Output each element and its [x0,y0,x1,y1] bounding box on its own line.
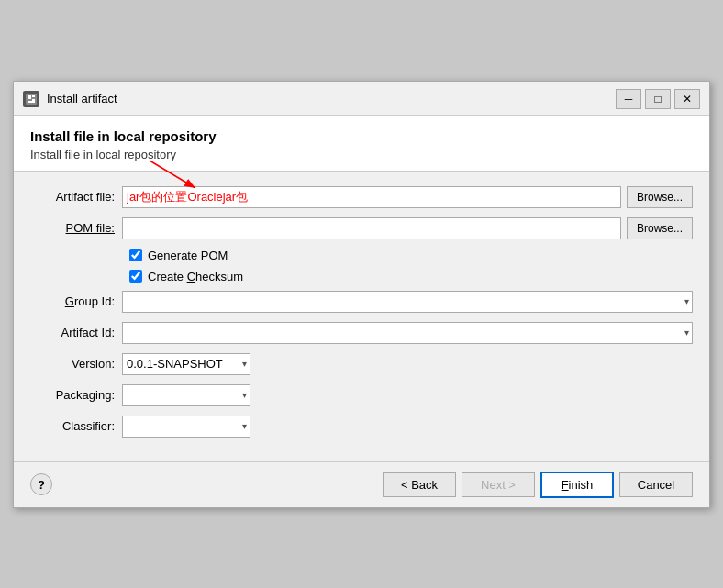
pom-file-input[interactable] [122,217,621,239]
packaging-row: Packaging: ▾ [30,384,693,406]
dialog-title: Install artifact [47,92,616,105]
version-row: Version: 0.0.1-SNAPSHOT ▾ [30,353,693,375]
group-id-label: Group Id: [30,294,122,308]
pom-file-row: POM file: Browse... [30,217,693,239]
artifact-file-input[interactable] [122,186,621,208]
finish-button[interactable]: Finish [540,472,614,498]
packaging-wrapper: ▾ [122,384,250,406]
cancel-button[interactable]: Cancel [619,472,693,497]
svg-rect-3 [32,99,35,101]
group-id-wrapper: ▾ [122,291,693,313]
svg-rect-4 [28,101,35,103]
dialog-header: Install file in local repository Install… [14,116,709,172]
close-button[interactable]: ✕ [674,89,700,109]
window-controls: ─ □ ✕ [616,89,700,109]
classifier-select[interactable] [122,416,250,438]
next-button[interactable]: Next > [462,472,535,497]
group-id-select[interactable] [122,291,693,313]
help-button[interactable]: ? [30,473,52,495]
artifact-id-row: Artifact Id: ▾ [30,322,693,344]
generate-pom-row: Generate POM [129,249,693,262]
dialog-icon [23,91,39,107]
artifact-id-select[interactable] [122,322,693,344]
dialog-body: Artifact file: Browse... POM file: [14,172,709,461]
create-checksum-checkbox[interactable] [129,270,142,283]
svg-rect-1 [28,95,31,99]
version-select[interactable]: 0.0.1-SNAPSHOT [122,353,250,375]
artifact-browse-button[interactable]: Browse... [627,186,693,208]
maximize-button[interactable]: □ [645,89,671,109]
packaging-label: Packaging: [30,388,122,402]
install-artifact-dialog: Install artifact ─ □ ✕ Install file in l… [13,81,710,508]
header-subtitle: Install file in local repository [30,148,693,161]
dialog-footer: ? < Back Next > Finish Cancel [14,461,709,507]
classifier-wrapper: ▾ [122,416,250,438]
generate-pom-label[interactable]: Generate POM [148,249,228,262]
version-label: Version: [30,357,122,371]
create-checksum-row: Create Checksum [129,270,693,283]
artifact-file-row: Artifact file: Browse... [30,186,693,208]
pom-file-label: POM file: [30,221,122,235]
version-wrapper: 0.0.1-SNAPSHOT ▾ [122,353,250,375]
back-button[interactable]: < Back [383,472,456,497]
packaging-select[interactable] [122,384,250,406]
classifier-label: Classifier: [30,419,122,433]
header-title: Install file in local repository [30,128,693,144]
svg-rect-2 [32,95,35,97]
group-id-row: Group Id: ▾ [30,291,693,313]
create-checksum-label[interactable]: Create Checksum [148,270,243,283]
minimize-button[interactable]: ─ [616,89,641,109]
classifier-row: Classifier: ▾ [30,416,693,438]
title-bar: Install artifact ─ □ ✕ [14,82,709,116]
artifact-file-label: Artifact file: [30,190,122,204]
artifact-id-label: Artifact Id: [30,326,122,339]
artifact-id-wrapper: ▾ [122,322,693,344]
pom-browse-button[interactable]: Browse... [627,217,693,239]
generate-pom-checkbox[interactable] [129,249,142,261]
